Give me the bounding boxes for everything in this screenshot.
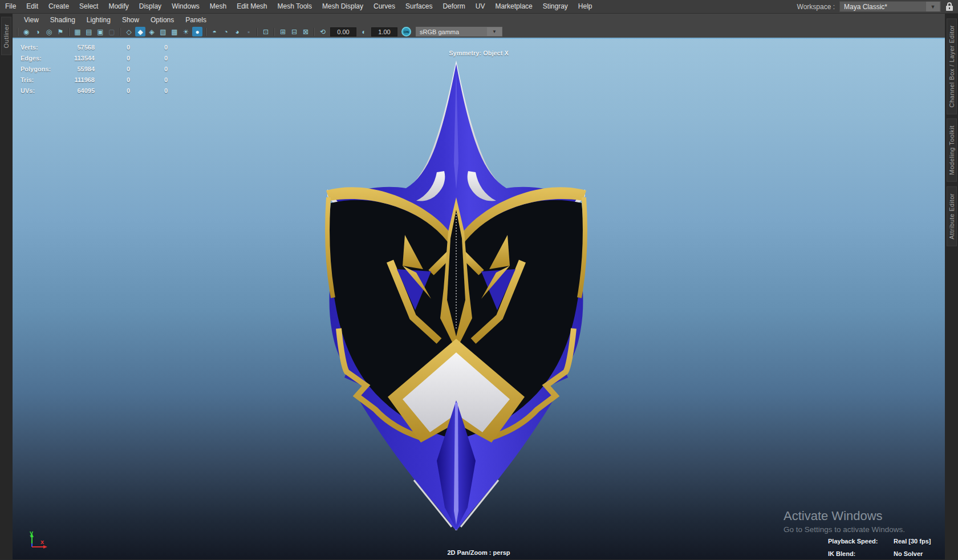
xray-active-components-icon[interactable]: ⊠: [301, 27, 311, 36]
shadows-icon[interactable]: ●: [192, 27, 202, 36]
stats-row-edges: Edges: 113544 0 0: [21, 52, 168, 63]
menu-help[interactable]: Help: [573, 0, 598, 13]
uvs-col2: 0: [130, 87, 168, 94]
edges-col2: 0: [130, 55, 168, 62]
view-transform-dropdown[interactable]: sRGB gamma ▼: [416, 27, 502, 36]
menu-uv[interactable]: UV: [470, 0, 490, 13]
menu-stingray[interactable]: Stingray: [538, 0, 573, 13]
exposure-icon[interactable]: ⟲: [318, 27, 328, 36]
edges-value: 113544: [57, 55, 95, 62]
verts-col2: 0: [130, 44, 168, 51]
workspace-value: Maya Classic*: [840, 3, 925, 11]
menu-modify[interactable]: Modify: [103, 0, 133, 13]
xray-joints-icon[interactable]: ⊟: [289, 27, 299, 36]
wireframe-on-shaded-icon[interactable]: ◈: [147, 27, 157, 36]
workspace-label: Workspace :: [797, 3, 835, 11]
toolbar-separator: [314, 28, 315, 36]
toolbar-separator: [205, 28, 206, 36]
menu-mesh-display[interactable]: Mesh Display: [317, 0, 368, 13]
panel-column: View Shading Lighting Show Options Panel…: [13, 14, 945, 559]
panel-menu-options[interactable]: Options: [145, 16, 180, 24]
workspace-lock-icon[interactable]: [945, 2, 953, 11]
select-camera-icon[interactable]: ◉: [21, 27, 31, 36]
resolution-gate-icon[interactable]: ▣: [95, 27, 105, 36]
grid-icon[interactable]: ▦: [72, 27, 83, 36]
playback-speed-value: Real [30 fps]: [894, 538, 931, 545]
menu-edit[interactable]: Edit: [21, 0, 43, 13]
uvs-value: 64095: [57, 87, 95, 94]
screen-space-ao-icon[interactable]: ◓: [209, 27, 220, 36]
left-tab-strip: Outliner: [0, 14, 13, 559]
ik-blend-label: IK Blend:: [828, 550, 894, 557]
playback-speed-label: Playback Speed:: [828, 538, 894, 545]
panel-menu-view[interactable]: View: [18, 16, 44, 24]
uvs-col1: 0: [95, 87, 130, 94]
menu-windows[interactable]: Windows: [167, 0, 205, 13]
axis-gizmo: y x: [25, 529, 51, 551]
bookmark-icon[interactable]: ⚑: [55, 27, 66, 36]
helmet-model[interactable]: [319, 60, 593, 530]
verts-label: Verts:: [21, 44, 57, 51]
tris-value: 111968: [57, 76, 95, 83]
menu-display[interactable]: Display: [134, 0, 167, 13]
workspace-dropdown-arrow-icon[interactable]: ▼: [926, 2, 940, 11]
outliner-tab[interactable]: Outliner: [1, 17, 11, 55]
lock-keyhole: [949, 7, 950, 9]
toolbar-separator: [274, 28, 275, 36]
uvs-label: UVs:: [21, 87, 57, 94]
menu-file[interactable]: File: [0, 0, 21, 13]
tris-label: Tris:: [21, 76, 57, 83]
contrast-icon[interactable]: ◐: [359, 27, 369, 36]
menu-deform[interactable]: Deform: [437, 0, 470, 13]
toolbar-separator: [120, 28, 121, 36]
menu-select[interactable]: Select: [74, 0, 103, 13]
menu-edit-mesh[interactable]: Edit Mesh: [232, 0, 272, 13]
attribute-editor-tab[interactable]: Attribute Editor: [947, 186, 957, 246]
polygons-label: Polygons:: [21, 66, 57, 72]
contrast-field[interactable]: 1.00: [371, 27, 397, 36]
depth-of-field-icon[interactable]: ▪: [243, 27, 254, 36]
motion-blur-icon[interactable]: ◔: [221, 27, 231, 36]
use-default-material-icon[interactable]: ▩: [169, 27, 180, 36]
color-management-toggle-button[interactable]: ON: [401, 27, 411, 36]
isolate-select-icon[interactable]: ⊡: [261, 27, 271, 36]
lighting-icon[interactable]: ☀: [181, 27, 191, 36]
edges-label: Edges:: [21, 55, 57, 62]
ik-blend-hud: IK Blend: No Solver: [828, 550, 923, 557]
menu-mesh-tools[interactable]: Mesh Tools: [273, 0, 317, 13]
smooth-shade-icon[interactable]: ◆: [135, 27, 145, 36]
anti-aliasing-icon[interactable]: ◕: [232, 27, 242, 36]
lock-camera-icon[interactable]: ◑: [33, 27, 43, 36]
menu-surfaces[interactable]: Surfaces: [400, 0, 437, 13]
wireframe-icon[interactable]: ◇: [124, 27, 134, 36]
channel-box-layer-editor-tab[interactable]: Channel Box / Layer Editor: [947, 18, 957, 114]
panel-menu-lighting[interactable]: Lighting: [81, 16, 116, 24]
pan-zoom-hud: 2D Pan/Zoom : persp: [447, 549, 510, 556]
stats-row-verts: Verts: 57568 0 0: [21, 42, 168, 52]
panel-toolbar: ◉ ◑ ◎ ⚑ ▦ ▤ ▣ ▢ ◇ ◆ ◈ ▧ ▩ ☀ ● ◓ ◔ ◕ ▪ ⊡ …: [13, 26, 945, 38]
panel-menu-shading[interactable]: Shading: [44, 16, 81, 24]
poly-count-hud: Verts: 57568 0 0 Edges: 113544 0 0 Polyg…: [21, 42, 168, 96]
panel-menu-show[interactable]: Show: [116, 16, 145, 24]
gate-mask-icon[interactable]: ▢: [107, 27, 117, 36]
workspace-dropdown[interactable]: Maya Classic* ▼: [839, 1, 941, 12]
view-transform-arrow-icon[interactable]: ▼: [487, 27, 502, 36]
stats-row-polygons: Polygons: 55984 0 0: [21, 63, 168, 74]
film-gate-icon[interactable]: ▤: [84, 27, 94, 36]
menu-marketplace[interactable]: Marketplace: [490, 0, 537, 13]
stats-row-uvs: UVs: 64095 0 0: [21, 85, 168, 96]
xray-icon[interactable]: ⊞: [278, 27, 288, 36]
activate-windows-watermark: Activate Windows: [784, 509, 883, 524]
viewport-persp[interactable]: Verts: 57568 0 0 Edges: 113544 0 0 Polyg…: [13, 38, 945, 559]
panel-menu-panels[interactable]: Panels: [180, 16, 212, 24]
menu-mesh[interactable]: Mesh: [205, 0, 232, 13]
polygons-col2: 0: [130, 66, 168, 72]
textured-icon[interactable]: ▧: [158, 27, 168, 36]
camera-attributes-icon[interactable]: ◎: [44, 27, 54, 36]
modeling-toolkit-tab[interactable]: Modeling Toolkit: [947, 119, 957, 182]
exposure-field[interactable]: 0.00: [330, 27, 356, 36]
menu-curves[interactable]: Curves: [368, 0, 400, 13]
menu-create[interactable]: Create: [43, 0, 74, 13]
toolbar-separator: [68, 28, 70, 36]
toolbar-separator: [257, 28, 258, 36]
